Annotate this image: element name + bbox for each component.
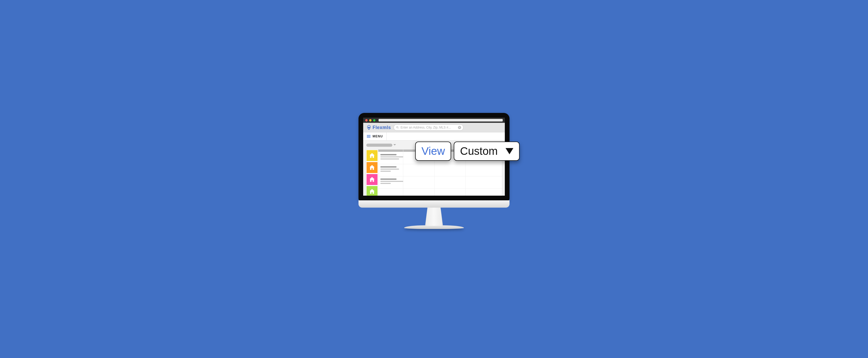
list-item[interactable]	[378, 189, 502, 196]
brand-logo[interactable]: Flexmls	[366, 125, 391, 130]
monitor-base	[404, 225, 464, 229]
view-selector-callout: View Custom	[415, 141, 520, 161]
hamburger-icon	[367, 135, 370, 138]
window-minimize-icon[interactable]	[369, 119, 372, 122]
listing-thumbnail[interactable]	[367, 174, 377, 185]
browser-url-bar[interactable]	[378, 119, 503, 122]
search-placeholder: Enter an Address, City, Zip, MLS #...	[401, 126, 456, 129]
monitor-illustration: Flexmls Enter an Address, City, Zip, MLS…	[359, 113, 509, 229]
menu-button[interactable]: MENU	[363, 132, 386, 140]
view-dropdown[interactable]: Custom	[454, 141, 520, 161]
window-maximize-icon[interactable]	[373, 119, 375, 122]
chevron-down-icon	[505, 148, 514, 154]
stage: Flexmls Enter an Address, City, Zip, MLS…	[217, 90, 651, 268]
panel-dropdown[interactable]	[366, 143, 392, 147]
monitor-neck	[422, 207, 446, 226]
search-input[interactable]: Enter an Address, City, Zip, MLS #... ✕	[394, 124, 463, 131]
menu-label: MENU	[373, 134, 383, 138]
list-item[interactable]	[378, 176, 502, 189]
window-titlebar	[363, 118, 505, 123]
menu-bar: MENU	[363, 132, 505, 140]
window-close-icon[interactable]	[365, 119, 368, 122]
monitor-chin	[359, 200, 509, 207]
app-header: Flexmls Enter an Address, City, Zip, MLS…	[363, 123, 505, 132]
brand-name: Flexmls	[373, 125, 391, 130]
view-label: View	[422, 145, 445, 157]
view-selected-value: Custom	[460, 145, 498, 157]
logo-pin-icon	[366, 125, 372, 130]
svg-line-1	[398, 128, 399, 129]
svg-point-0	[397, 126, 398, 128]
clear-search-icon[interactable]: ✕	[458, 126, 461, 129]
view-label-card: View	[415, 141, 451, 161]
search-icon	[396, 126, 399, 129]
list-item[interactable]	[378, 164, 502, 176]
listing-thumbnail[interactable]	[367, 186, 377, 196]
thumbnail-column	[366, 150, 378, 196]
listing-thumbnail[interactable]	[367, 150, 377, 161]
listing-thumbnail[interactable]	[367, 162, 377, 173]
